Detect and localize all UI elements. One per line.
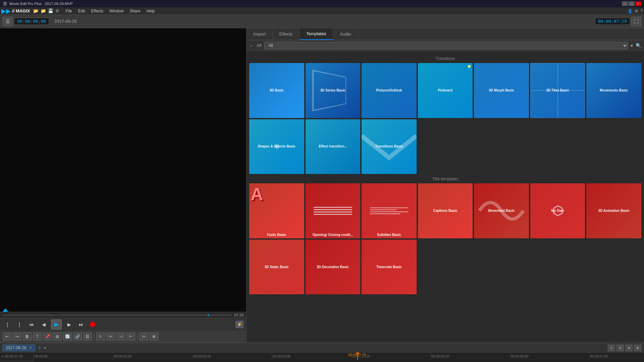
right-panel: Import Effects Templates Audio ← All All… — [246, 28, 644, 343]
split-button[interactable]: ⊣ — [116, 333, 125, 341]
tile-3d-decorative-basic[interactable]: 3D Decorative Basic — [306, 240, 361, 295]
menu-effects[interactable]: Effects — [88, 8, 106, 14]
open-icon[interactable]: 📁 — [41, 8, 46, 13]
insert-button[interactable]: ⊕ — [150, 333, 158, 341]
window-controls: ─ □ ✕ — [622, 1, 641, 6]
filter-dropdown[interactable]: All — [264, 42, 628, 49]
panel-tabs: Import Effects Templates Audio — [247, 28, 644, 40]
next-frame-button[interactable]: ▶ — [64, 320, 74, 329]
menu-edit[interactable]: Edit — [75, 8, 88, 14]
tab-templates[interactable]: Templates — [300, 28, 333, 40]
back-button[interactable]: ← — [249, 43, 254, 48]
track-label-1: 1 — [0, 360, 33, 362]
fullscreen-button[interactable]: ⛶ — [631, 17, 641, 26]
mark-out-button[interactable]: ] — [15, 320, 24, 329]
tile-timecode-basic[interactable]: Timecode Basic — [362, 240, 417, 295]
undo-button[interactable]: ↩ — [3, 333, 11, 341]
project-name-text: 2017-09-28 — [6, 346, 26, 350]
maximize-button[interactable]: □ — [629, 1, 635, 6]
logo: ▶▶ // MAGIX — [1, 7, 30, 15]
tab-effects[interactable]: Effects — [273, 28, 300, 40]
cut-button[interactable]: ✂ — [140, 333, 148, 341]
preview-timebar: 07:29 — [0, 312, 246, 318]
tile-subtitles-basic[interactable]: Subtitles Basic — [362, 183, 417, 238]
play-button[interactable]: ▶ — [51, 319, 62, 329]
loop-button[interactable]: 🔄 — [63, 333, 72, 341]
ripple-button[interactable]: ⊢ — [126, 333, 135, 341]
menu-file[interactable]: File — [63, 8, 74, 14]
user-icon[interactable]: 👤 — [628, 9, 633, 13]
tick-0: 00:00:00 — [34, 353, 48, 360]
timeline-view-btn-3[interactable]: ⊞ — [625, 345, 633, 351]
menubar: ▶▶ // MAGIX 📂 📁 💾 ⚙ File Edit Effects Wi… — [0, 7, 644, 15]
timeline-dropdown-button[interactable]: ▾ — [44, 346, 46, 350]
settings-icon[interactable]: ⚙ — [55, 8, 59, 13]
delete-button[interactable]: 🗑 — [23, 333, 32, 341]
template-grid-area: Transitions 3D Basic 3D Series Basic Pic… — [247, 51, 644, 343]
prev-marker-button[interactable]: ⏮ — [27, 320, 36, 329]
tile-captions-basic[interactable]: Captions Basic — [418, 183, 473, 238]
preview-playhead — [208, 314, 209, 316]
tile-3d-series-basic[interactable]: 3D Series Basic — [306, 63, 361, 118]
timeline-view-btn-4[interactable]: ⊠ — [634, 345, 641, 351]
preview-timestamp: 07:29 — [234, 313, 244, 317]
tile-3d-animation-basic[interactable]: 3D Animation Basic — [586, 183, 641, 238]
tick-7: 00:00:07:00 — [589, 353, 608, 360]
tile-effect-transition[interactable]: Effect transition... — [306, 119, 361, 174]
project-close-button[interactable]: ✕ — [29, 346, 32, 350]
pin-button[interactable]: 📌 — [43, 333, 52, 341]
tile-shapes-objects-basic[interactable]: ♥ Shapes & objects Basic — [249, 119, 304, 174]
save-icon[interactable]: 💾 — [48, 8, 53, 13]
menu-window[interactable]: Window — [107, 8, 126, 14]
redo-button[interactable]: ↪ — [13, 333, 21, 341]
tile-opening-closing-credit[interactable]: Opening/ Closing credit... — [306, 183, 361, 238]
add-track-button[interactable]: + — [38, 345, 41, 351]
tab-import[interactable]: Import — [247, 28, 273, 40]
gear-icon[interactable]: ⚙ — [635, 9, 638, 13]
grid-button[interactable]: ⊞ — [53, 333, 62, 341]
tile-3d-static-basic[interactable]: 3D Static Basic — [249, 240, 304, 295]
new-project-icon[interactable]: 📂 — [33, 8, 39, 13]
question-icon[interactable]: ? — [640, 9, 643, 13]
close-button[interactable]: ✕ — [635, 1, 641, 6]
title-templates-grid: A Fonts Basic Opening/ Closing credit... — [249, 183, 641, 294]
text-button[interactable]: T — [33, 333, 42, 341]
tile-pinboard[interactable]: Pinboard — [418, 63, 473, 118]
main-toolbar: ☰ 00:00:00;00 2017-09-28 00:00:07:29 ⛶ — [0, 15, 644, 28]
unlink-button[interactable]: ⛓ — [83, 333, 92, 341]
mark-in-button[interactable]: [ — [3, 320, 12, 329]
tile-3d-tiles-basic[interactable]: 3D Tiles Basic — [530, 63, 585, 118]
search-icon[interactable]: 🔍 — [636, 43, 641, 48]
minimize-button[interactable]: ─ — [622, 1, 628, 6]
prev-frame-button[interactable]: ◀ — [39, 320, 48, 329]
select-button[interactable]: ↖ — [96, 333, 105, 341]
lightning-button[interactable]: ⚡ — [235, 321, 244, 328]
tile-3d-morph-basic[interactable]: 3D Morph Basic — [474, 63, 529, 118]
link-button[interactable]: 🔗 — [73, 333, 82, 341]
record-button[interactable] — [90, 322, 95, 327]
menu-share[interactable]: Share — [127, 8, 143, 14]
subtitle-lines-decoration — [370, 207, 408, 214]
tick-2: 00:00:02:00 — [192, 353, 211, 360]
tile-my-own[interactable]: ⬡ My Own — [530, 183, 585, 238]
trim-button[interactable]: ✂ — [106, 333, 115, 341]
tab-audio[interactable]: Audio — [333, 28, 358, 40]
tile-3d-basic[interactable]: 3D Basic — [249, 63, 304, 118]
timeline-area: 2017-09-28 ✕ + ▾ ⊡ ⊟ ⊞ ⊠ ⊳ 00:00:07:29 0… — [0, 343, 644, 362]
menu-help[interactable]: Help — [144, 8, 158, 14]
timeline-view-btn-2[interactable]: ⊟ — [616, 345, 624, 351]
tile-fonts-basic[interactable]: A Fonts Basic — [249, 183, 304, 238]
tile-movement-basic[interactable]: Movement Basic — [474, 183, 529, 238]
timeline-view-controls: ⊡ ⊟ ⊞ ⊠ — [608, 345, 641, 351]
track-labels-column: 1 2 3 4 5 — [0, 360, 34, 362]
preview-marker — [3, 308, 8, 312]
track-content-area[interactable] — [34, 360, 644, 362]
next-marker-button[interactable]: ⏭ — [76, 320, 86, 329]
timeline-view-btn-1[interactable]: ⊡ — [608, 345, 615, 351]
tile-picturesondesk[interactable]: PicturesOnDesk — [362, 63, 417, 118]
tile-transitions-basic[interactable]: Transitions Basic — [362, 119, 417, 174]
hamburger-menu-button[interactable]: ☰ — [3, 17, 13, 26]
dropdown-icon[interactable]: ▾ — [631, 43, 633, 48]
timeline-header: 2017-09-28 ✕ + ▾ ⊡ ⊟ ⊞ ⊠ — [0, 343, 644, 353]
tile-movements-basic[interactable]: Movements Basic — [586, 63, 641, 118]
